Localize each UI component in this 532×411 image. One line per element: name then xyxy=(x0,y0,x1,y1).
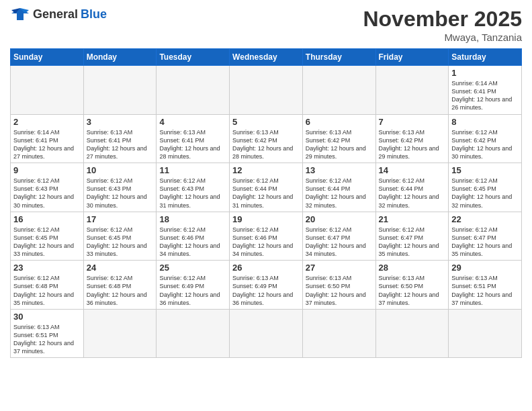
day-27: 27 Sunrise: 6:13 AMSunset: 6:50 PMDaylig… xyxy=(302,261,375,310)
day-22: 22 Sunrise: 6:12 AMSunset: 6:47 PMDaylig… xyxy=(449,212,522,261)
table-row: 9 Sunrise: 6:12 AMSunset: 6:43 PMDayligh… xyxy=(11,163,522,212)
title-area: November 2025 Mwaya, Tanzania xyxy=(363,7,522,43)
header-monday: Monday xyxy=(83,49,157,66)
logo-area: GeneralBlue xyxy=(10,7,107,21)
logo-general-text: General xyxy=(33,7,78,21)
day-30: 30 Sunrise: 6:13 AMSunset: 6:51 PMDaylig… xyxy=(11,309,84,358)
day-26: 26 Sunrise: 6:13 AMSunset: 6:49 PMDaylig… xyxy=(230,261,303,310)
day-number: 18 xyxy=(159,214,226,224)
day-18: 18 Sunrise: 6:12 AMSunset: 6:46 PMDaylig… xyxy=(157,212,230,261)
empty-cell xyxy=(449,309,522,358)
day-number: 26 xyxy=(232,263,300,273)
day-info: Sunrise: 6:13 AMSunset: 6:50 PMDaylight:… xyxy=(379,274,446,307)
day-8: 8 Sunrise: 6:12 AMSunset: 6:42 PMDayligh… xyxy=(449,114,522,163)
day-info: Sunrise: 6:12 AMSunset: 6:45 PMDaylight:… xyxy=(451,177,519,210)
day-number: 19 xyxy=(232,214,300,224)
day-info: Sunrise: 6:13 AMSunset: 6:42 PMDaylight:… xyxy=(379,128,446,161)
day-number: 10 xyxy=(87,165,154,175)
empty-cell xyxy=(302,66,375,115)
day-info: Sunrise: 6:12 AMSunset: 6:44 PMDaylight:… xyxy=(232,177,300,210)
day-number: 27 xyxy=(306,263,373,273)
header: GeneralBlue November 2025 Mwaya, Tanzani… xyxy=(10,7,522,43)
day-number: 30 xyxy=(13,312,81,322)
logo-blue-text: Blue xyxy=(81,7,107,21)
empty-cell xyxy=(157,66,230,115)
page: GeneralBlue November 2025 Mwaya, Tanzani… xyxy=(0,0,532,411)
day-info: Sunrise: 6:12 AMSunset: 6:44 PMDaylight:… xyxy=(379,177,446,210)
day-info: Sunrise: 6:13 AMSunset: 6:49 PMDaylight:… xyxy=(232,274,300,307)
header-wednesday: Wednesday xyxy=(230,49,303,66)
day-number: 29 xyxy=(451,263,519,273)
day-number: 22 xyxy=(451,214,519,224)
empty-cell xyxy=(375,66,449,115)
day-info: Sunrise: 6:13 AMSunset: 6:41 PMDaylight:… xyxy=(159,128,226,161)
day-number: 2 xyxy=(13,117,81,127)
day-info: Sunrise: 6:12 AMSunset: 6:43 PMDaylight:… xyxy=(87,177,154,210)
day-number: 7 xyxy=(379,117,446,127)
day-12: 12 Sunrise: 6:12 AMSunset: 6:44 PMDaylig… xyxy=(230,163,303,212)
day-number: 16 xyxy=(13,214,81,224)
day-info: Sunrise: 6:12 AMSunset: 6:45 PMDaylight:… xyxy=(13,226,81,259)
day-7: 7 Sunrise: 6:13 AMSunset: 6:42 PMDayligh… xyxy=(375,114,449,163)
day-19: 19 Sunrise: 6:12 AMSunset: 6:46 PMDaylig… xyxy=(230,212,303,261)
day-info: Sunrise: 6:12 AMSunset: 6:47 PMDaylight:… xyxy=(451,226,519,259)
empty-cell xyxy=(230,309,303,358)
day-info: Sunrise: 6:12 AMSunset: 6:43 PMDaylight:… xyxy=(159,177,226,210)
table-row: 1 Sunrise: 6:14 AMSunset: 6:41 PMDayligh… xyxy=(11,66,522,115)
day-number: 17 xyxy=(87,214,154,224)
empty-cell xyxy=(83,66,157,115)
day-6: 6 Sunrise: 6:13 AMSunset: 6:42 PMDayligh… xyxy=(302,114,375,163)
day-number: 28 xyxy=(379,263,446,273)
day-4: 4 Sunrise: 6:13 AMSunset: 6:41 PMDayligh… xyxy=(157,114,230,163)
empty-cell xyxy=(302,309,375,358)
day-1: 1 Sunrise: 6:14 AMSunset: 6:41 PMDayligh… xyxy=(449,66,522,115)
day-29: 29 Sunrise: 6:13 AMSunset: 6:51 PMDaylig… xyxy=(449,261,522,310)
day-info: Sunrise: 6:12 AMSunset: 6:49 PMDaylight:… xyxy=(159,274,226,307)
day-number: 25 xyxy=(159,263,226,273)
header-sunday: Sunday xyxy=(11,49,84,66)
day-info: Sunrise: 6:12 AMSunset: 6:46 PMDaylight:… xyxy=(159,226,226,259)
day-number: 3 xyxy=(87,117,154,127)
day-number: 6 xyxy=(306,117,373,127)
day-5: 5 Sunrise: 6:13 AMSunset: 6:42 PMDayligh… xyxy=(230,114,303,163)
day-info: Sunrise: 6:14 AMSunset: 6:41 PMDaylight:… xyxy=(13,128,81,161)
day-number: 20 xyxy=(306,214,373,224)
day-info: Sunrise: 6:13 AMSunset: 6:42 PMDaylight:… xyxy=(306,128,373,161)
empty-cell xyxy=(230,66,303,115)
header-saturday: Saturday xyxy=(449,49,522,66)
day-info: Sunrise: 6:12 AMSunset: 6:48 PMDaylight:… xyxy=(87,274,154,307)
header-friday: Friday xyxy=(375,49,449,66)
table-row: 30 Sunrise: 6:13 AMSunset: 6:51 PMDaylig… xyxy=(11,309,522,358)
day-info: Sunrise: 6:13 AMSunset: 6:42 PMDaylight:… xyxy=(232,128,300,161)
day-21: 21 Sunrise: 6:12 AMSunset: 6:47 PMDaylig… xyxy=(375,212,449,261)
day-11: 11 Sunrise: 6:12 AMSunset: 6:43 PMDaylig… xyxy=(157,163,230,212)
day-number: 13 xyxy=(306,165,373,175)
logo-bird-icon xyxy=(10,7,30,21)
month-title: November 2025 xyxy=(363,7,522,32)
day-info: Sunrise: 6:12 AMSunset: 6:48 PMDaylight:… xyxy=(13,274,81,307)
day-info: Sunrise: 6:12 AMSunset: 6:43 PMDaylight:… xyxy=(13,177,81,210)
day-number: 12 xyxy=(232,165,300,175)
day-info: Sunrise: 6:12 AMSunset: 6:44 PMDaylight:… xyxy=(306,177,373,210)
day-info: Sunrise: 6:13 AMSunset: 6:51 PMDaylight:… xyxy=(451,274,519,307)
day-9: 9 Sunrise: 6:12 AMSunset: 6:43 PMDayligh… xyxy=(11,163,84,212)
day-13: 13 Sunrise: 6:12 AMSunset: 6:44 PMDaylig… xyxy=(302,163,375,212)
empty-cell xyxy=(11,66,84,115)
day-15: 15 Sunrise: 6:12 AMSunset: 6:45 PMDaylig… xyxy=(449,163,522,212)
day-info: Sunrise: 6:12 AMSunset: 6:47 PMDaylight:… xyxy=(379,226,446,259)
day-2: 2 Sunrise: 6:14 AMSunset: 6:41 PMDayligh… xyxy=(11,114,84,163)
day-number: 14 xyxy=(379,165,446,175)
day-24: 24 Sunrise: 6:12 AMSunset: 6:48 PMDaylig… xyxy=(83,261,157,310)
empty-cell xyxy=(83,309,157,358)
table-row: 16 Sunrise: 6:12 AMSunset: 6:45 PMDaylig… xyxy=(11,212,522,261)
day-number: 11 xyxy=(159,165,226,175)
header-tuesday: Tuesday xyxy=(157,49,230,66)
day-number: 4 xyxy=(159,117,226,127)
empty-cell xyxy=(157,309,230,358)
table-row: 2 Sunrise: 6:14 AMSunset: 6:41 PMDayligh… xyxy=(11,114,522,163)
calendar-table: Sunday Monday Tuesday Wednesday Thursday… xyxy=(10,48,522,358)
empty-cell xyxy=(375,309,449,358)
day-16: 16 Sunrise: 6:12 AMSunset: 6:45 PMDaylig… xyxy=(11,212,84,261)
day-info: Sunrise: 6:12 AMSunset: 6:46 PMDaylight:… xyxy=(232,226,300,259)
day-info: Sunrise: 6:12 AMSunset: 6:45 PMDaylight:… xyxy=(87,226,154,259)
